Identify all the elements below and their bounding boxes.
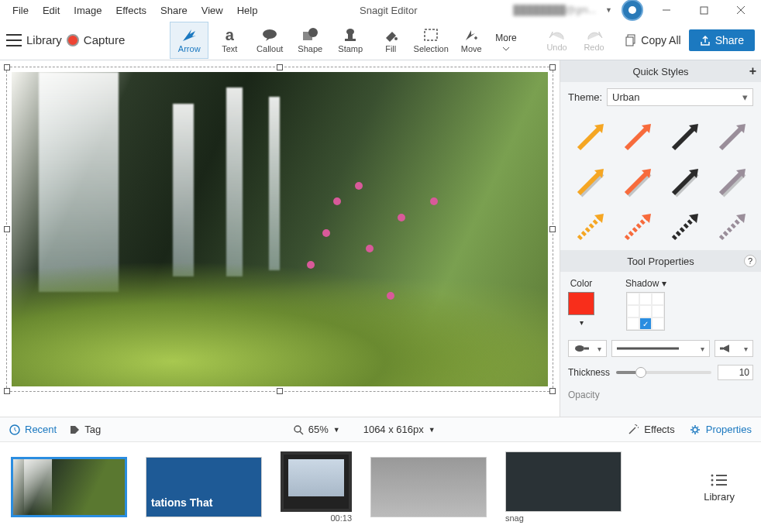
color-swatch[interactable] [568, 292, 594, 315]
quick-style-arrow[interactable] [663, 205, 707, 247]
svg-rect-14 [626, 37, 633, 46]
canvas-image[interactable] [12, 72, 548, 386]
thickness-slider[interactable] [616, 371, 711, 374]
svg-point-22 [693, 427, 697, 432]
tool-properties-header: Tool Properties ? [560, 250, 761, 272]
library-button[interactable]: Library [26, 33, 62, 46]
menu-file[interactable]: File [6, 2, 35, 19]
theme-label: Theme: [568, 91, 602, 103]
capture-button[interactable]: Capture [84, 33, 125, 46]
minimize-button[interactable] [653, 0, 680, 20]
tray-thumb-3[interactable] [281, 451, 352, 512]
tool-shape[interactable]: Shape [291, 22, 329, 59]
tool-callout[interactable]: Callout [250, 22, 289, 59]
tool-fill-label: Fill [385, 44, 396, 53]
svg-point-10 [346, 29, 354, 35]
zoom-control[interactable]: 65%▼ [293, 424, 340, 435]
quick-style-arrow[interactable] [709, 115, 753, 157]
tool-text[interactable]: a Text [210, 22, 249, 59]
tool-arrow-label: Arrow [178, 44, 201, 53]
tool-arrow[interactable]: Arrow [170, 22, 208, 59]
close-button[interactable] [727, 0, 755, 20]
resize-handle[interactable] [549, 64, 556, 70]
tool-selection[interactable]: Selection [411, 22, 450, 59]
line-style-select[interactable] [611, 340, 710, 357]
add-style-button[interactable]: + [749, 64, 756, 78]
dimensions-display[interactable]: 1064 x 616px ▼ [363, 424, 436, 435]
svg-point-0 [628, 6, 636, 14]
redo-button[interactable]: Redo [579, 29, 610, 52]
quick-style-arrow[interactable] [709, 205, 753, 247]
tag-tab[interactable]: Tag [69, 424, 101, 435]
menu-share[interactable]: Share [154, 2, 194, 19]
effects-tab[interactable]: Effects [627, 424, 675, 436]
tray-thumb-1[interactable] [11, 457, 127, 517]
tray-thumb-5[interactable] [505, 451, 622, 512]
ribbon: Library Capture Arrow a Text Callout Sha… [0, 20, 761, 60]
maximize-button[interactable] [690, 0, 718, 20]
account-dropdown-icon[interactable]: ▼ [605, 6, 612, 14]
tray-thumb-2[interactable]: tations That [146, 457, 262, 517]
tool-more[interactable]: More [495, 22, 516, 59]
help-icon[interactable]: ? [744, 255, 756, 267]
color-label: Color [570, 278, 593, 289]
shadow-label: Shadow ▾ [625, 278, 666, 289]
share-button[interactable]: Share [689, 29, 755, 51]
tool-selection-label: Selection [414, 44, 449, 53]
callout-icon [261, 26, 278, 43]
menu-view[interactable]: View [195, 2, 229, 19]
start-cap-select[interactable] [568, 340, 607, 357]
tool-callout-label: Callout [257, 44, 283, 53]
tool-text-label: Text [222, 44, 237, 53]
theme-value: Urban [612, 91, 639, 103]
chevron-down-icon [502, 46, 510, 51]
share-icon [700, 35, 711, 46]
properties-tab[interactable]: Properties [689, 424, 752, 436]
menu-edit[interactable]: Edit [36, 2, 66, 19]
resize-handle[interactable] [277, 388, 283, 394]
tray-thumb-4[interactable] [370, 457, 487, 517]
resize-handle[interactable] [4, 388, 10, 394]
effects-label: Effects [644, 424, 675, 435]
quick-style-arrow[interactable] [615, 205, 659, 247]
thickness-value[interactable]: 10 [718, 365, 753, 380]
quick-style-arrow[interactable] [709, 160, 753, 202]
tool-stamp[interactable]: Stamp [331, 22, 370, 59]
quick-style-arrow[interactable] [663, 160, 707, 202]
account-avatar[interactable] [622, 0, 643, 21]
quick-style-arrow[interactable] [615, 160, 659, 202]
shadow-grid[interactable]: ✓ [626, 292, 665, 331]
resize-handle[interactable] [4, 64, 10, 70]
tool-fill[interactable]: Fill [371, 22, 410, 59]
resize-handle[interactable] [549, 226, 556, 232]
theme-select[interactable]: Urban [607, 88, 753, 106]
stamp-icon [343, 26, 358, 43]
end-cap-select[interactable] [715, 340, 753, 357]
account-label[interactable]: ████████@gm... [513, 5, 596, 15]
quick-style-arrow[interactable] [568, 115, 612, 157]
svg-point-5 [263, 29, 277, 39]
undo-button[interactable]: Undo [542, 29, 573, 52]
resize-handle[interactable] [549, 388, 556, 394]
svg-point-23 [711, 474, 714, 476]
quick-style-arrow[interactable] [615, 115, 659, 157]
resize-handle[interactable] [277, 64, 283, 70]
record-icon[interactable] [67, 34, 79, 46]
copy-all-button[interactable]: Copy All [625, 34, 680, 46]
color-dropdown-icon[interactable]: ▾ [580, 318, 584, 327]
tool-move[interactable]: Move [452, 22, 491, 59]
canvas[interactable] [0, 60, 560, 417]
menu-image[interactable]: Image [67, 2, 108, 19]
menu-bar: File Edit Image Effects Share View Help [0, 2, 263, 19]
resize-handle[interactable] [4, 226, 10, 232]
quick-style-arrow[interactable] [568, 205, 612, 247]
tool-stamp-label: Stamp [338, 44, 363, 53]
recent-tab[interactable]: Recent [9, 424, 57, 435]
svg-point-25 [711, 479, 714, 481]
quick-style-arrow[interactable] [568, 160, 612, 202]
menu-effects[interactable]: Effects [110, 2, 153, 19]
quick-style-arrow[interactable] [663, 115, 707, 157]
menu-help[interactable]: Help [231, 2, 264, 19]
tray-library-button[interactable]: Library [704, 472, 750, 503]
hamburger-icon[interactable] [6, 34, 22, 46]
